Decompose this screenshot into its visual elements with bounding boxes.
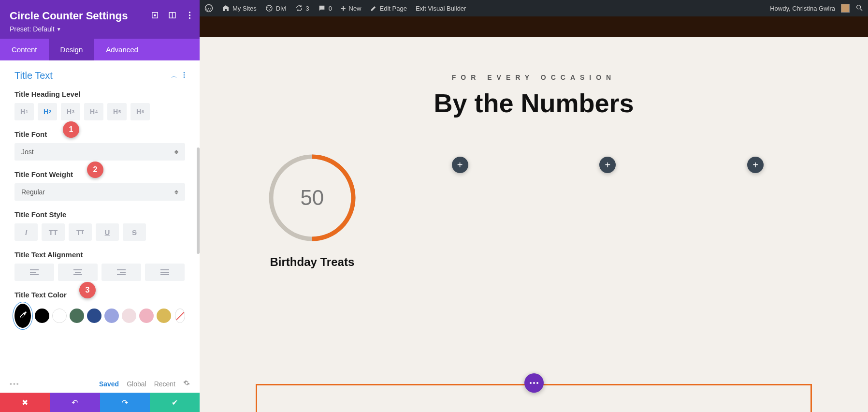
howdy-user[interactable]: Howdy, Christina Gwira [770,5,835,12]
columns-icon[interactable] [168,11,176,19]
field-title-align: Title Text Alignment [14,250,185,281]
updates[interactable]: 3 [295,4,309,12]
color-eyedropper[interactable] [14,304,31,328]
exit-visual-builder[interactable]: Exit Visual Builder [416,5,466,12]
tab-design[interactable]: Design [49,39,95,60]
svg-point-15 [857,5,861,9]
kicker-text: FOR EVERY OCCASION [200,74,868,81]
color-swatch[interactable] [87,309,101,323]
section-menu-button[interactable] [524,373,544,393]
svg-point-11 [266,5,272,11]
title-weight-select[interactable]: Regular [14,183,185,201]
redo-button[interactable]: ↷ [100,393,150,412]
preview-canvas: FOR EVERY OCCASION By the Numbers 50 Bir… [200,37,868,412]
counter-label: Birthday Treats [270,255,355,269]
close-button[interactable]: ✖ [0,393,50,412]
select-caret-icon [174,150,178,154]
field-heading-level: Title Heading Level H1 H2 H3 H4 H5 H6 [14,90,185,120]
avatar[interactable] [841,4,850,13]
svg-point-13 [270,7,271,8]
search-icon[interactable] [855,4,863,13]
heading-h6[interactable]: H6 [130,103,150,120]
annotation-1: 1 [63,121,79,138]
style-strike[interactable]: S [123,223,146,241]
annotation-3: 3 [79,282,96,298]
panel-actions: ✖ ↶ ↷ ✔ [0,393,200,412]
heading-h1[interactable]: H1 [14,103,34,120]
field-title-color: Title Text Color 3 [14,291,185,328]
field-title-font: Title Font 1 Jost [14,130,185,161]
svg-point-7 [184,72,185,74]
heading-h3[interactable]: H3 [61,103,80,120]
chevron-up-icon[interactable]: ︿ [171,72,177,80]
more-icon[interactable] [185,11,194,19]
heading-h5[interactable]: H5 [107,103,127,120]
align-center[interactable] [58,264,98,281]
style-smallcaps[interactable]: TT [69,223,92,241]
panel-scroll: Title Text ︿ Title Heading Level H1 H2 H… [0,60,200,375]
add-module-button[interactable]: + [452,157,468,173]
svg-point-6 [188,17,190,18]
wp-logo[interactable] [204,4,213,13]
status-saved[interactable]: Saved [99,380,119,388]
swatch-none[interactable] [175,309,185,323]
color-swatch[interactable] [104,309,119,323]
status-recent[interactable]: Recent [154,380,175,388]
color-swatch[interactable] [52,309,67,323]
settings-panel: Circle Counter Settings Preset: Default … [0,0,200,412]
panel-header: Circle Counter Settings Preset: Default … [0,0,200,39]
dots-icon [530,382,538,384]
circle-counter: 50 [266,152,358,244]
add-module-button[interactable]: + [747,157,764,173]
tab-advanced[interactable]: Advanced [94,39,150,60]
preset-selector[interactable]: Preset: Default ▼ [10,25,190,33]
field-title-style: Title Font Style I TT TT U S [14,210,185,241]
section-title[interactable]: Title Text [14,70,53,81]
headline-text: By the Numbers [200,88,868,118]
counter-module[interactable]: 50 Birthday Treats [247,152,377,269]
style-underline[interactable]: U [96,223,119,241]
add-module-button[interactable]: + [599,157,616,173]
color-swatch[interactable] [139,309,154,323]
edit-page[interactable]: Edit Page [370,5,407,12]
title-font-select[interactable]: Jost [14,143,185,161]
hero-strip [200,16,868,37]
expand-icon[interactable] [150,11,159,19]
status-global[interactable]: Global [127,380,146,388]
style-uppercase[interactable]: TT [42,223,65,241]
svg-point-9 [184,76,185,78]
heading-h2[interactable]: H2 [38,103,57,120]
field-title-weight: Title Font Weight 2 Regular [14,170,185,201]
tab-content[interactable]: Content [0,39,49,60]
comments[interactable]: 0 [318,4,332,12]
panel-status-bar: ••• Saved Global Recent [0,375,200,393]
status-dots-icon[interactable]: ••• [10,380,20,388]
align-left[interactable] [14,264,54,281]
gear-icon[interactable] [183,380,190,388]
color-swatch[interactable] [122,309,136,323]
align-right[interactable] [101,264,141,281]
svg-point-4 [188,12,190,13]
heading-h4[interactable]: H4 [84,103,103,120]
new[interactable]: + New [341,3,362,14]
svg-point-5 [188,14,190,15]
undo-button[interactable]: ↶ [50,393,100,412]
counters-row: 50 Birthday Treats + + + [200,152,868,269]
color-swatch[interactable] [35,309,49,323]
my-sites[interactable]: My Sites [222,4,257,12]
save-button[interactable]: ✔ [150,393,200,412]
site-name[interactable]: Divi [265,4,287,12]
align-justify[interactable] [145,264,185,281]
section-more-icon[interactable] [183,72,185,80]
svg-point-14 [269,9,270,10]
color-swatch[interactable] [70,309,84,323]
color-swatch[interactable] [157,309,171,323]
svg-point-8 [184,74,185,75]
panel-tabs: Content Design Advanced [0,39,200,60]
counter-value: 50 [266,152,358,244]
annotation-2: 2 [87,162,103,178]
svg-line-16 [860,9,862,11]
svg-point-1 [154,15,156,16]
style-italic[interactable]: I [14,223,38,241]
select-caret-icon [174,190,178,194]
